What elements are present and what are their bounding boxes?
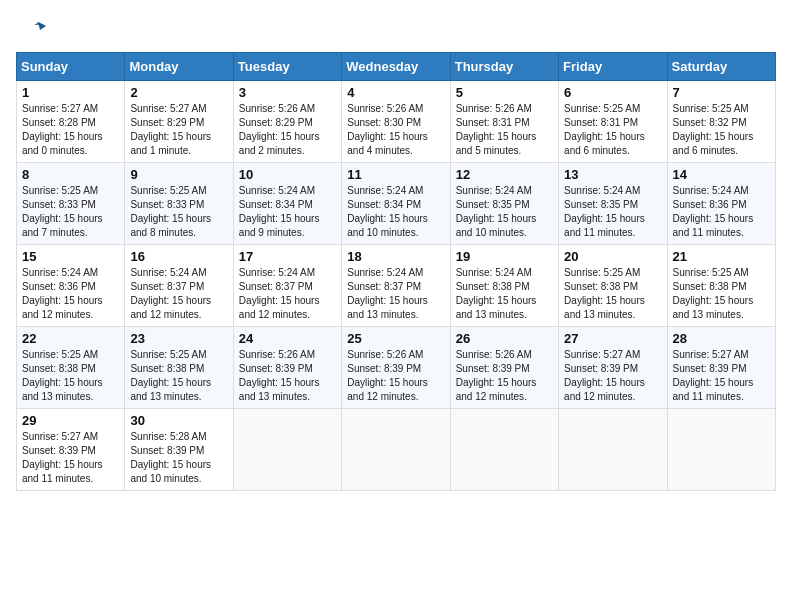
- calendar-day-cell: 24 Sunrise: 5:26 AM Sunset: 8:39 PM Dayl…: [233, 327, 341, 409]
- day-info: Sunrise: 5:25 AM Sunset: 8:38 PM Dayligh…: [130, 348, 227, 404]
- day-number: 17: [239, 249, 336, 264]
- calendar-day-cell: 1 Sunrise: 5:27 AM Sunset: 8:28 PM Dayli…: [17, 81, 125, 163]
- day-number: 28: [673, 331, 770, 346]
- day-info: Sunrise: 5:26 AM Sunset: 8:31 PM Dayligh…: [456, 102, 553, 158]
- day-number: 9: [130, 167, 227, 182]
- day-number: 4: [347, 85, 444, 100]
- calendar-table: SundayMondayTuesdayWednesdayThursdayFrid…: [16, 52, 776, 491]
- day-info: Sunrise: 5:24 AM Sunset: 8:38 PM Dayligh…: [456, 266, 553, 322]
- calendar-day-cell: 15 Sunrise: 5:24 AM Sunset: 8:36 PM Dayl…: [17, 245, 125, 327]
- day-info: Sunrise: 5:25 AM Sunset: 8:38 PM Dayligh…: [22, 348, 119, 404]
- day-number: 16: [130, 249, 227, 264]
- calendar-week-row: 22 Sunrise: 5:25 AM Sunset: 8:38 PM Dayl…: [17, 327, 776, 409]
- calendar-day-cell: [233, 409, 341, 491]
- calendar-day-cell: 8 Sunrise: 5:25 AM Sunset: 8:33 PM Dayli…: [17, 163, 125, 245]
- day-number: 30: [130, 413, 227, 428]
- day-info: Sunrise: 5:25 AM Sunset: 8:32 PM Dayligh…: [673, 102, 770, 158]
- day-info: Sunrise: 5:24 AM Sunset: 8:36 PM Dayligh…: [673, 184, 770, 240]
- header: [16, 16, 776, 44]
- day-info: Sunrise: 5:27 AM Sunset: 8:29 PM Dayligh…: [130, 102, 227, 158]
- day-info: Sunrise: 5:25 AM Sunset: 8:33 PM Dayligh…: [22, 184, 119, 240]
- day-info: Sunrise: 5:25 AM Sunset: 8:31 PM Dayligh…: [564, 102, 661, 158]
- day-info: Sunrise: 5:26 AM Sunset: 8:39 PM Dayligh…: [239, 348, 336, 404]
- day-number: 29: [22, 413, 119, 428]
- day-number: 22: [22, 331, 119, 346]
- day-info: Sunrise: 5:26 AM Sunset: 8:30 PM Dayligh…: [347, 102, 444, 158]
- day-number: 21: [673, 249, 770, 264]
- day-info: Sunrise: 5:28 AM Sunset: 8:39 PM Dayligh…: [130, 430, 227, 486]
- day-number: 2: [130, 85, 227, 100]
- calendar-day-cell: 20 Sunrise: 5:25 AM Sunset: 8:38 PM Dayl…: [559, 245, 667, 327]
- day-number: 26: [456, 331, 553, 346]
- day-number: 25: [347, 331, 444, 346]
- day-info: Sunrise: 5:24 AM Sunset: 8:37 PM Dayligh…: [130, 266, 227, 322]
- calendar-day-cell: [667, 409, 775, 491]
- calendar-day-cell: 29 Sunrise: 5:27 AM Sunset: 8:39 PM Dayl…: [17, 409, 125, 491]
- day-info: Sunrise: 5:27 AM Sunset: 8:39 PM Dayligh…: [673, 348, 770, 404]
- calendar-day-cell: 7 Sunrise: 5:25 AM Sunset: 8:32 PM Dayli…: [667, 81, 775, 163]
- day-number: 13: [564, 167, 661, 182]
- day-number: 20: [564, 249, 661, 264]
- day-info: Sunrise: 5:27 AM Sunset: 8:39 PM Dayligh…: [22, 430, 119, 486]
- day-number: 8: [22, 167, 119, 182]
- calendar-day-cell: 4 Sunrise: 5:26 AM Sunset: 8:30 PM Dayli…: [342, 81, 450, 163]
- day-number: 3: [239, 85, 336, 100]
- day-number: 7: [673, 85, 770, 100]
- calendar-week-row: 1 Sunrise: 5:27 AM Sunset: 8:28 PM Dayli…: [17, 81, 776, 163]
- day-number: 23: [130, 331, 227, 346]
- day-info: Sunrise: 5:24 AM Sunset: 8:36 PM Dayligh…: [22, 266, 119, 322]
- day-number: 11: [347, 167, 444, 182]
- calendar-day-cell: 11 Sunrise: 5:24 AM Sunset: 8:34 PM Dayl…: [342, 163, 450, 245]
- weekday-header-cell: Friday: [559, 53, 667, 81]
- day-info: Sunrise: 5:24 AM Sunset: 8:37 PM Dayligh…: [239, 266, 336, 322]
- calendar-day-cell: 5 Sunrise: 5:26 AM Sunset: 8:31 PM Dayli…: [450, 81, 558, 163]
- weekday-header-cell: Monday: [125, 53, 233, 81]
- calendar-day-cell: 28 Sunrise: 5:27 AM Sunset: 8:39 PM Dayl…: [667, 327, 775, 409]
- day-number: 27: [564, 331, 661, 346]
- day-number: 5: [456, 85, 553, 100]
- weekday-header-cell: Saturday: [667, 53, 775, 81]
- weekday-header-cell: Wednesday: [342, 53, 450, 81]
- calendar-day-cell: 13 Sunrise: 5:24 AM Sunset: 8:35 PM Dayl…: [559, 163, 667, 245]
- day-number: 1: [22, 85, 119, 100]
- calendar-day-cell: 12 Sunrise: 5:24 AM Sunset: 8:35 PM Dayl…: [450, 163, 558, 245]
- calendar-day-cell: 19 Sunrise: 5:24 AM Sunset: 8:38 PM Dayl…: [450, 245, 558, 327]
- logo-bird-icon: [18, 16, 48, 40]
- day-number: 15: [22, 249, 119, 264]
- calendar-body: 1 Sunrise: 5:27 AM Sunset: 8:28 PM Dayli…: [17, 81, 776, 491]
- calendar-day-cell: 6 Sunrise: 5:25 AM Sunset: 8:31 PM Dayli…: [559, 81, 667, 163]
- day-number: 10: [239, 167, 336, 182]
- day-info: Sunrise: 5:25 AM Sunset: 8:38 PM Dayligh…: [564, 266, 661, 322]
- calendar-day-cell: 16 Sunrise: 5:24 AM Sunset: 8:37 PM Dayl…: [125, 245, 233, 327]
- day-info: Sunrise: 5:25 AM Sunset: 8:38 PM Dayligh…: [673, 266, 770, 322]
- calendar-day-cell: 10 Sunrise: 5:24 AM Sunset: 8:34 PM Dayl…: [233, 163, 341, 245]
- calendar-day-cell: [342, 409, 450, 491]
- day-number: 12: [456, 167, 553, 182]
- weekday-header-cell: Sunday: [17, 53, 125, 81]
- weekday-header-cell: Thursday: [450, 53, 558, 81]
- calendar-day-cell: 18 Sunrise: 5:24 AM Sunset: 8:37 PM Dayl…: [342, 245, 450, 327]
- day-info: Sunrise: 5:26 AM Sunset: 8:39 PM Dayligh…: [347, 348, 444, 404]
- day-info: Sunrise: 5:24 AM Sunset: 8:35 PM Dayligh…: [456, 184, 553, 240]
- day-info: Sunrise: 5:24 AM Sunset: 8:34 PM Dayligh…: [239, 184, 336, 240]
- calendar-day-cell: [450, 409, 558, 491]
- day-info: Sunrise: 5:24 AM Sunset: 8:37 PM Dayligh…: [347, 266, 444, 322]
- day-info: Sunrise: 5:26 AM Sunset: 8:39 PM Dayligh…: [456, 348, 553, 404]
- day-info: Sunrise: 5:27 AM Sunset: 8:28 PM Dayligh…: [22, 102, 119, 158]
- calendar-week-row: 15 Sunrise: 5:24 AM Sunset: 8:36 PM Dayl…: [17, 245, 776, 327]
- calendar-day-cell: [559, 409, 667, 491]
- day-info: Sunrise: 5:24 AM Sunset: 8:34 PM Dayligh…: [347, 184, 444, 240]
- calendar-week-row: 8 Sunrise: 5:25 AM Sunset: 8:33 PM Dayli…: [17, 163, 776, 245]
- svg-marker-1: [38, 22, 46, 30]
- calendar-day-cell: 3 Sunrise: 5:26 AM Sunset: 8:29 PM Dayli…: [233, 81, 341, 163]
- day-info: Sunrise: 5:27 AM Sunset: 8:39 PM Dayligh…: [564, 348, 661, 404]
- day-number: 6: [564, 85, 661, 100]
- day-number: 24: [239, 331, 336, 346]
- calendar-day-cell: 22 Sunrise: 5:25 AM Sunset: 8:38 PM Dayl…: [17, 327, 125, 409]
- calendar-day-cell: 26 Sunrise: 5:26 AM Sunset: 8:39 PM Dayl…: [450, 327, 558, 409]
- calendar-day-cell: 2 Sunrise: 5:27 AM Sunset: 8:29 PM Dayli…: [125, 81, 233, 163]
- logo: [16, 16, 48, 44]
- day-info: Sunrise: 5:24 AM Sunset: 8:35 PM Dayligh…: [564, 184, 661, 240]
- calendar-day-cell: 14 Sunrise: 5:24 AM Sunset: 8:36 PM Dayl…: [667, 163, 775, 245]
- calendar-day-cell: 25 Sunrise: 5:26 AM Sunset: 8:39 PM Dayl…: [342, 327, 450, 409]
